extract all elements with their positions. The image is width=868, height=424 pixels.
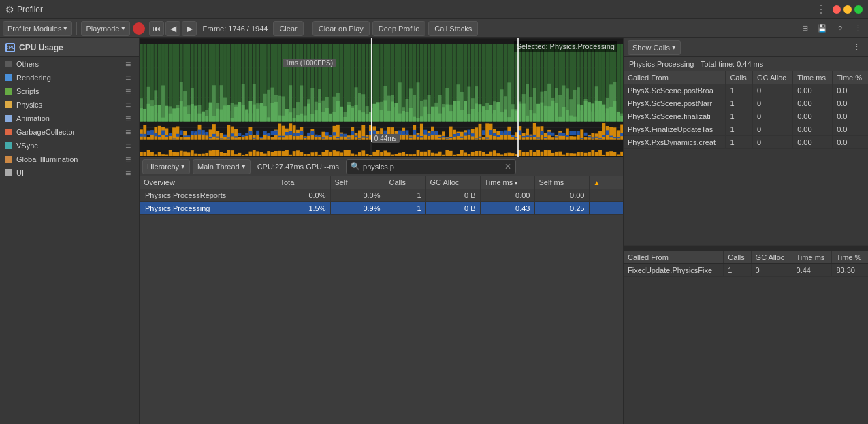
rbth-calledfrom[interactable]: Called From (624, 251, 724, 264)
rcell-timepct: 0.0 (833, 136, 868, 149)
rbth-timepct[interactable]: Time % (832, 251, 868, 264)
right-panel-more-icon[interactable]: ⋮ (849, 40, 864, 55)
prev-frame-button[interactable]: ◀ (165, 21, 180, 36)
right-table-row[interactable]: PhysX.FinalizeUpdateTas 1 0 0.00 0.0 (624, 123, 868, 136)
right-table-row[interactable]: PhysX.PxsDynamics.creat 1 0 0.00 0.0 (624, 136, 868, 149)
sidebar-item-label-others: Others (16, 60, 118, 68)
next-frame-button[interactable]: ▶ (182, 21, 197, 36)
rth-timems[interactable]: Time ms (793, 71, 833, 84)
animation-color (5, 115, 12, 122)
main-toolbar: Profiler Modules ▾ Playmode ▾ ⏮ ◀ ▶ Fram… (0, 19, 868, 38)
chevron-down-icon: ▾ (242, 162, 246, 171)
sidebar-item-animation[interactable]: Animation ≡ (0, 112, 139, 125)
right-bottom-table-container[interactable]: Called From Calls GC Alloc Time ms Time … (624, 250, 868, 425)
rth-calledfrom[interactable]: Called From (624, 71, 726, 84)
deep-profile-button[interactable]: Deep Profile (372, 21, 426, 36)
right-table-row[interactable]: PhysX.ScScene.postNarr 1 0 0.00 0.0 (624, 97, 868, 110)
right-horiz-scroll[interactable] (624, 245, 868, 250)
rbth-calls[interactable]: Calls (724, 251, 751, 264)
right-bottom-table-row[interactable]: FixedUpdate.PhysicsFixe 1 0 0.44 83.30 (624, 263, 868, 276)
th-warning[interactable]: ▲ (589, 176, 623, 189)
sidebar-menu-scripts[interactable]: ≡ (123, 86, 133, 97)
show-calls-dropdown[interactable]: Show Calls ▾ (628, 40, 681, 55)
sidebar-item-physics[interactable]: Physics ≡ (0, 98, 139, 112)
th-calls[interactable]: Calls (385, 176, 425, 189)
help-icon[interactable]: ? (833, 21, 848, 36)
sidebar-menu-physics[interactable]: ≡ (123, 99, 133, 110)
rcell-gcalloc: 0 (753, 136, 793, 149)
clear-button[interactable]: Clear (273, 21, 303, 36)
clear-on-play-button[interactable]: Clear on Play (312, 21, 370, 36)
right-table-row[interactable]: PhysX.ScScene.finalizati 1 0 0.00 0.0 (624, 110, 868, 123)
sidebar-menu-ui[interactable]: ≡ (123, 167, 133, 178)
th-total[interactable]: Total (276, 176, 330, 189)
table-container[interactable]: Overview Total Self Calls GC Alloc Time … (140, 176, 623, 424)
rth-timepct[interactable]: Time % (833, 71, 868, 84)
window-menu-dots[interactable]: ⋮ (816, 3, 827, 16)
rth-gcalloc[interactable]: GC Alloc (753, 71, 793, 84)
th-gcalloc[interactable]: GC Alloc (425, 176, 480, 189)
sidebar-item-label-animation: Animation (16, 114, 118, 123)
sidebar-item-scripts[interactable]: Scripts ≡ (0, 84, 139, 98)
save-icon[interactable]: 💾 (815, 21, 830, 36)
record-button[interactable] (133, 22, 145, 35)
search-input[interactable] (363, 163, 502, 171)
window-minimize-button[interactable] (843, 5, 852, 14)
right-top-header-row: Called From Calls GC Alloc Time ms Time … (624, 71, 868, 84)
sidebar-menu-animation[interactable]: ≡ (123, 113, 133, 124)
chart-area: Selected: Physics.Processing 1ms (1000FP… (140, 38, 623, 424)
sidebar-item-gc[interactable]: GarbageCollector ≡ (0, 125, 139, 139)
sidebar-item-vsync[interactable]: VSync ≡ (0, 139, 139, 152)
sidebar-menu-others[interactable]: ≡ (123, 59, 133, 69)
sidebar-menu-gc[interactable]: ≡ (123, 127, 133, 137)
th-overview[interactable]: Overview (140, 176, 276, 189)
sidebar-item-rendering[interactable]: Rendering ≡ (0, 71, 139, 84)
th-self[interactable]: Self (330, 176, 385, 189)
table-row[interactable]: Physics.Processing 1.5% 0.9% 1 0 B 0.43 … (140, 202, 623, 215)
layout-icon[interactable]: ⊞ (797, 21, 812, 36)
rcell-gcalloc: 0 (753, 123, 793, 136)
window-close-button[interactable] (833, 5, 841, 14)
skip-to-start-button[interactable]: ⏮ (149, 21, 164, 36)
rcell-calls: 1 (726, 110, 753, 123)
rbcell-calledfrom: FixedUpdate.PhysicsFixe (624, 263, 724, 276)
main-thread-dropdown[interactable]: Main Thread ▾ (193, 159, 251, 174)
cell-total: 1.5% (276, 202, 330, 215)
call-stacks-button[interactable]: Call Stacks (428, 21, 478, 36)
search-box[interactable]: 🔍 ✕ (346, 159, 516, 174)
rth-calls[interactable]: Calls (726, 71, 753, 84)
sidebar-menu-rendering[interactable]: ≡ (123, 72, 133, 83)
sidebar-item-others[interactable]: Others ≡ (0, 57, 139, 71)
sidebar-item-gi[interactable]: Global Illumination ≡ (0, 152, 139, 166)
right-top-table-container[interactable]: Called From Calls GC Alloc Time ms Time … (624, 71, 868, 245)
th-timems[interactable]: Time ms ▾ (480, 176, 534, 189)
more-options-icon[interactable]: ⋮ (850, 21, 865, 36)
rbth-gcalloc[interactable]: GC Alloc (751, 251, 792, 264)
hierarchy-dropdown[interactable]: Hierarchy ▾ (142, 159, 190, 174)
rbth-timems[interactable]: Time ms (792, 251, 832, 264)
sidebar-menu-gi[interactable]: ≡ (123, 154, 133, 165)
clear-search-icon[interactable]: ✕ (504, 162, 511, 172)
table-row[interactable]: Physics.ProcessReports 0.0% 0.0% 1 0 B 0… (140, 189, 623, 202)
cell-overview: Physics.ProcessReports (140, 189, 276, 202)
sidebar: CPU CPU Usage Others ≡ Rendering ≡ Scrip… (0, 38, 140, 424)
hierarchy-toolbar: Hierarchy ▾ Main Thread ▾ CPU:27.47ms GP… (140, 157, 623, 176)
playmode-dropdown[interactable]: Playmode ▾ (81, 21, 130, 36)
profiler-modules-dropdown[interactable]: Profiler Modules ▾ (3, 21, 72, 36)
right-table-row[interactable]: PhysX.ScScene.postBroa 1 0 0.00 0.0 (624, 84, 868, 97)
profiler-chart[interactable]: Selected: Physics.Processing 1ms (1000FP… (140, 38, 623, 157)
chart-cursor (517, 38, 519, 157)
chart-time-label: 0.44ms (372, 134, 400, 143)
window-maximize-button[interactable] (854, 5, 863, 14)
sidebar-title: CPU Usage (19, 43, 63, 52)
scripts-color (5, 88, 12, 95)
rcell-timepct: 0.0 (833, 123, 868, 136)
rcell-timepct: 0.0 (833, 84, 868, 97)
sidebar-item-ui[interactable]: UI ≡ (0, 166, 139, 180)
sidebar-menu-vsync[interactable]: ≡ (123, 140, 133, 151)
profiler-table: Overview Total Self Calls GC Alloc Time … (140, 176, 623, 215)
th-selfms[interactable]: Self ms (534, 176, 589, 189)
rcell-calls: 1 (726, 123, 753, 136)
rcell-timepct: 0.0 (833, 110, 868, 123)
chevron-down-icon: ▾ (672, 43, 676, 52)
